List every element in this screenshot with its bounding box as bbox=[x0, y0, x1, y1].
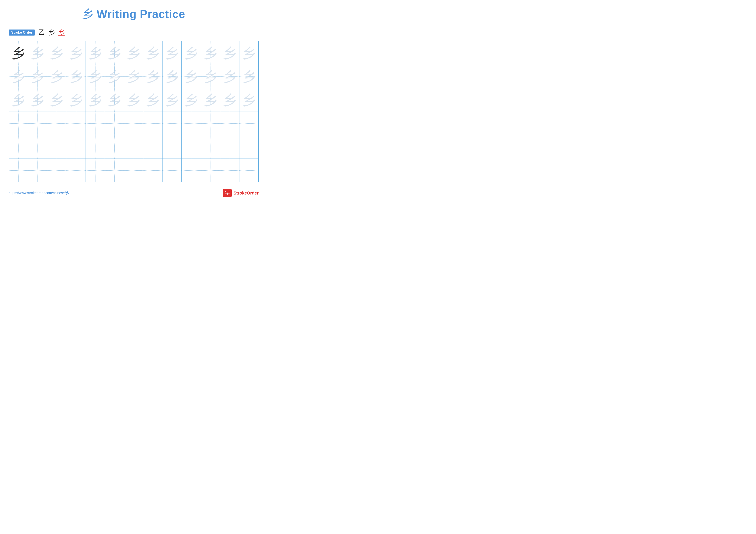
grid-cell[interactable]: 乡 bbox=[220, 65, 239, 88]
practice-char: 乡 bbox=[89, 70, 102, 83]
practice-char: 乡 bbox=[89, 93, 102, 107]
grid-cell[interactable]: 乡 bbox=[47, 65, 67, 88]
grid-cell[interactable] bbox=[124, 135, 143, 159]
grid-cell[interactable] bbox=[162, 112, 182, 135]
grid-cell[interactable]: 乡 bbox=[67, 41, 86, 64]
grid-cell[interactable] bbox=[9, 112, 28, 135]
grid-cell[interactable] bbox=[86, 159, 105, 182]
grid-cell[interactable] bbox=[47, 112, 67, 135]
grid-cell[interactable]: 乡 bbox=[9, 41, 28, 64]
grid-cell[interactable]: 乡 bbox=[105, 88, 124, 112]
grid-cell[interactable] bbox=[9, 135, 28, 159]
grid-cell[interactable]: 乡 bbox=[239, 88, 258, 112]
grid-cell[interactable] bbox=[47, 135, 67, 159]
grid-cell[interactable]: 乡 bbox=[239, 65, 258, 88]
grid-cell[interactable] bbox=[105, 112, 124, 135]
grid-cell[interactable] bbox=[47, 159, 67, 182]
grid-cell[interactable]: 乡 bbox=[201, 41, 220, 64]
grid-cell[interactable] bbox=[201, 159, 220, 182]
practice-char: 乡 bbox=[146, 70, 159, 83]
grid-cell[interactable] bbox=[28, 159, 47, 182]
grid-cell[interactable]: 乡 bbox=[143, 88, 162, 112]
grid-cell[interactable]: 乡 bbox=[162, 41, 182, 64]
practice-char: 乡 bbox=[12, 70, 25, 83]
grid-cell[interactable] bbox=[162, 159, 182, 182]
grid-cell[interactable] bbox=[201, 135, 220, 159]
grid-cell[interactable] bbox=[143, 135, 162, 159]
practice-char: 乡 bbox=[50, 93, 63, 107]
grid-cell[interactable]: 乡 bbox=[105, 41, 124, 64]
grid-cell[interactable] bbox=[182, 112, 201, 135]
grid-cell[interactable]: 乡 bbox=[162, 65, 182, 88]
grid-cell[interactable]: 乡 bbox=[124, 41, 143, 64]
footer-url-link[interactable]: https://www.strokeorder.com/chinese/乡 bbox=[9, 191, 69, 195]
brand-order-text: Order bbox=[247, 191, 258, 195]
practice-char: 乡 bbox=[146, 46, 159, 60]
practice-char: 乡 bbox=[242, 70, 256, 83]
grid-cell[interactable] bbox=[124, 112, 143, 135]
grid-cell[interactable]: 乡 bbox=[9, 88, 28, 112]
grid-cell[interactable] bbox=[86, 135, 105, 159]
grid-cell[interactable]: 乡 bbox=[182, 88, 201, 112]
grid-cell[interactable]: 乡 bbox=[124, 88, 143, 112]
grid-cell[interactable]: 乡 bbox=[47, 41, 67, 64]
grid-cell[interactable] bbox=[105, 135, 124, 159]
grid-cell[interactable] bbox=[239, 112, 258, 135]
practice-char: 乡 bbox=[69, 93, 83, 107]
grid-cell[interactable]: 乡 bbox=[143, 65, 162, 88]
practice-char: 乡 bbox=[108, 70, 121, 83]
grid-cell[interactable] bbox=[182, 159, 201, 182]
grid-cell[interactable] bbox=[182, 135, 201, 159]
grid-cell[interactable] bbox=[105, 159, 124, 182]
grid-cell[interactable]: 乡 bbox=[143, 41, 162, 64]
grid-cell[interactable] bbox=[220, 112, 239, 135]
practice-char: 乡 bbox=[204, 46, 217, 60]
grid-cell[interactable]: 乡 bbox=[220, 88, 239, 112]
grid-cell[interactable] bbox=[28, 135, 47, 159]
grid-cell[interactable]: 乡 bbox=[67, 88, 86, 112]
grid-cell[interactable] bbox=[201, 112, 220, 135]
grid-cell[interactable]: 乡 bbox=[105, 65, 124, 88]
grid-cell[interactable]: 乡 bbox=[182, 65, 201, 88]
brand-icon: 字 bbox=[223, 189, 232, 197]
grid-cell[interactable] bbox=[67, 135, 86, 159]
practice-char: 乡 bbox=[184, 93, 198, 107]
grid-cell[interactable]: 乡 bbox=[9, 65, 28, 88]
grid-cell[interactable] bbox=[239, 135, 258, 159]
stroke-step-2: 乡 bbox=[48, 28, 55, 37]
grid-cell[interactable]: 乡 bbox=[201, 65, 220, 88]
grid-cell[interactable]: 乡 bbox=[28, 65, 47, 88]
grid-cell[interactable]: 乡 bbox=[67, 65, 86, 88]
grid-cell[interactable] bbox=[220, 159, 239, 182]
grid-cell[interactable] bbox=[86, 112, 105, 135]
grid-cell[interactable]: 乡 bbox=[182, 41, 201, 64]
grid-cell[interactable] bbox=[239, 159, 258, 182]
grid-cell[interactable]: 乡 bbox=[86, 41, 105, 64]
grid-cell[interactable] bbox=[28, 112, 47, 135]
practice-char: 乡 bbox=[223, 93, 236, 107]
grid-cell[interactable]: 乡 bbox=[86, 88, 105, 112]
practice-char: 乡 bbox=[165, 93, 179, 107]
stroke-step-3: 乡 bbox=[58, 28, 65, 37]
grid-cell[interactable]: 乡 bbox=[239, 41, 258, 64]
grid-cell[interactable] bbox=[162, 135, 182, 159]
grid-cell[interactable] bbox=[67, 112, 86, 135]
grid-cell[interactable]: 乡 bbox=[201, 88, 220, 112]
grid-cell[interactable] bbox=[9, 159, 28, 182]
grid-cell[interactable]: 乡 bbox=[28, 41, 47, 64]
grid-cell[interactable]: 乡 bbox=[162, 88, 182, 112]
grid-cell[interactable] bbox=[67, 159, 86, 182]
grid-cell[interactable]: 乡 bbox=[28, 88, 47, 112]
practice-char: 乡 bbox=[69, 70, 83, 83]
grid-cell[interactable]: 乡 bbox=[47, 88, 67, 112]
grid-cell[interactable] bbox=[143, 112, 162, 135]
grid-row bbox=[9, 135, 258, 159]
grid-cell[interactable]: 乡 bbox=[124, 65, 143, 88]
grid-cell[interactable] bbox=[143, 159, 162, 182]
grid-cell[interactable]: 乡 bbox=[86, 65, 105, 88]
practice-char: 乡 bbox=[12, 93, 25, 107]
grid-cell[interactable]: 乡 bbox=[220, 41, 239, 64]
grid-cell[interactable] bbox=[124, 159, 143, 182]
grid-cell[interactable] bbox=[220, 135, 239, 159]
practice-char: 乡 bbox=[127, 46, 140, 60]
